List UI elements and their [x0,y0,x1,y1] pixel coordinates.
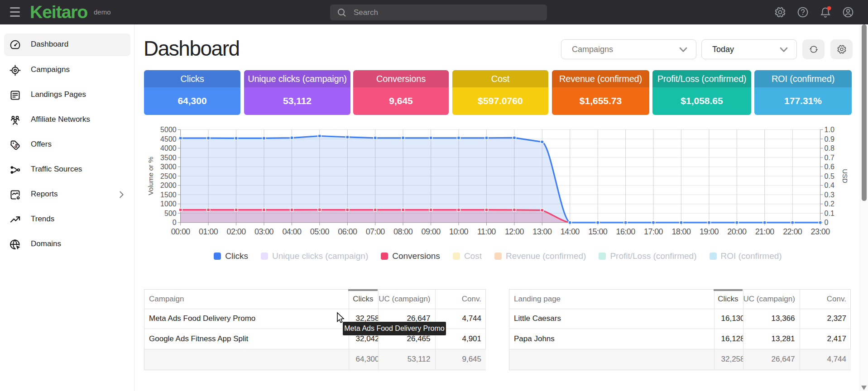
svg-text:0: 0 [173,219,177,226]
svg-text:07:00: 07:00 [366,227,385,236]
svg-text:01:00: 01:00 [199,227,218,236]
svg-text:22:00: 22:00 [783,227,802,236]
svg-text:0.5: 0.5 [825,172,834,180]
svg-text:2000: 2000 [160,181,177,189]
svg-text:0.3: 0.3 [825,191,834,199]
svg-text:0.9: 0.9 [825,135,834,143]
svg-text:0.1: 0.1 [825,210,834,217]
svg-text:0.2: 0.2 [825,200,834,208]
svg-text:17:00: 17:00 [644,227,663,236]
svg-text:20:00: 20:00 [727,227,747,236]
svg-text:4000: 4000 [160,144,177,152]
svg-text:14:00: 14:00 [561,227,580,236]
svg-text:Volume or %: Volume or % [147,157,154,195]
svg-text:1500: 1500 [160,191,177,199]
svg-text:11:00: 11:00 [477,227,496,236]
svg-text:23:00: 23:00 [811,227,830,236]
svg-text:1.0: 1.0 [825,126,834,134]
svg-text:06:00: 06:00 [338,227,357,236]
svg-text:19:00: 19:00 [700,227,719,236]
svg-text:0.6: 0.6 [825,163,834,171]
svg-text:21:00: 21:00 [755,227,775,236]
svg-text:08:00: 08:00 [393,227,413,236]
svg-text:09:00: 09:00 [422,227,441,236]
svg-text:03:00: 03:00 [254,227,274,236]
svg-text:0: 0 [825,219,829,226]
svg-text:10:00: 10:00 [449,227,469,236]
svg-text:3000: 3000 [160,163,177,171]
svg-text:2500: 2500 [160,172,177,180]
svg-text:0.7: 0.7 [825,154,834,162]
svg-text:05:00: 05:00 [310,227,330,236]
svg-text:02:00: 02:00 [227,227,246,236]
svg-text:18:00: 18:00 [671,227,691,236]
svg-text:13:00: 13:00 [532,227,552,236]
svg-text:16:00: 16:00 [616,227,636,236]
svg-text:USD: USD [841,169,849,183]
svg-text:500: 500 [164,210,177,217]
svg-text:0.8: 0.8 [825,144,834,152]
svg-text:00:00: 00:00 [171,227,191,236]
svg-text:12:00: 12:00 [505,227,524,236]
svg-text:1000: 1000 [160,200,177,208]
svg-text:5000: 5000 [160,126,177,134]
svg-text:0.4: 0.4 [825,181,834,189]
svg-text:15:00: 15:00 [588,227,608,236]
svg-text:4500: 4500 [160,135,177,143]
svg-text:3500: 3500 [160,154,177,162]
svg-text:04:00: 04:00 [282,227,302,236]
